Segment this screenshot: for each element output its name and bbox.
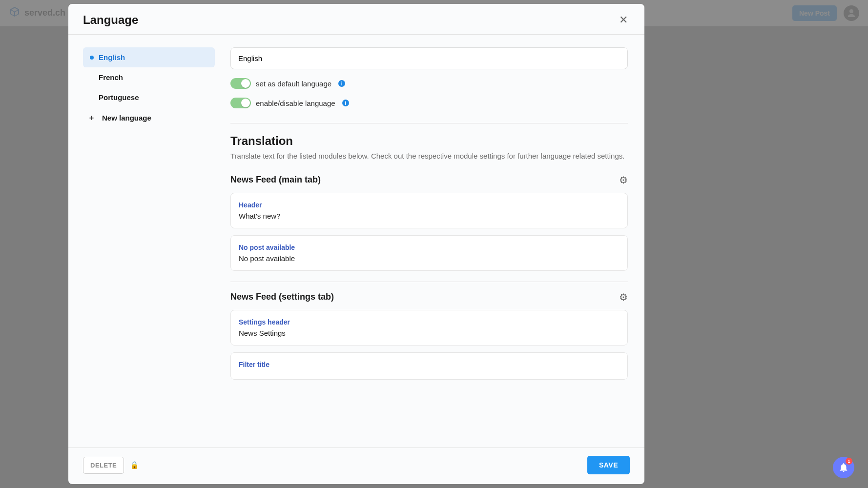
info-icon[interactable]: i bbox=[342, 100, 349, 106]
module-title: News Feed (settings tab) bbox=[230, 292, 334, 302]
language-name-input[interactable] bbox=[230, 47, 628, 69]
language-sidebar: English French Portuguese ＋ New language bbox=[83, 47, 215, 447]
save-button[interactable]: SAVE bbox=[587, 456, 630, 474]
field-value: What's new? bbox=[239, 212, 620, 220]
module-header-news-main: News Feed (main tab) ⚙ bbox=[230, 175, 628, 185]
notification-badge: 1 bbox=[846, 458, 852, 465]
dialog-header: Language ✕ bbox=[68, 4, 644, 34]
field-label: No post available bbox=[239, 244, 620, 251]
sidebar-item-label: Portuguese bbox=[99, 93, 139, 102]
toggle-enable-language[interactable] bbox=[230, 98, 251, 108]
translation-section-description: Translate text for the listed modules be… bbox=[230, 152, 628, 160]
field-label: Settings header bbox=[239, 318, 620, 326]
toggle-enable-language-label: enable/disable language bbox=[256, 99, 335, 107]
field-value: No post available bbox=[239, 254, 620, 263]
info-icon[interactable]: i bbox=[338, 80, 345, 87]
gear-icon[interactable]: ⚙ bbox=[619, 292, 628, 302]
translation-field-filter-title[interactable]: Filter title bbox=[230, 352, 628, 380]
active-dot-icon bbox=[90, 56, 94, 60]
dialog-footer: DELETE 🔒 SAVE bbox=[68, 447, 644, 484]
inactive-dot-icon bbox=[90, 76, 94, 80]
inactive-dot-icon bbox=[90, 96, 94, 100]
toggle-default-language[interactable] bbox=[230, 78, 251, 89]
module-divider bbox=[230, 282, 628, 282]
sidebar-item-label: French bbox=[99, 73, 123, 81]
add-language-button[interactable]: ＋ New language bbox=[83, 107, 215, 128]
delete-button[interactable]: DELETE bbox=[83, 457, 124, 474]
sidebar-item-french[interactable]: French bbox=[83, 67, 215, 87]
field-label: Header bbox=[239, 201, 620, 209]
close-icon[interactable]: ✕ bbox=[617, 13, 630, 27]
translation-section-title: Translation bbox=[230, 134, 628, 148]
gear-icon[interactable]: ⚙ bbox=[619, 175, 628, 185]
field-value: News Settings bbox=[239, 329, 620, 337]
translation-field-settings-header[interactable]: Settings header News Settings bbox=[230, 310, 628, 346]
toggle-enable-language-row: enable/disable language i bbox=[230, 98, 628, 108]
translation-field-header[interactable]: Header What's new? bbox=[230, 193, 628, 228]
plus-icon: ＋ bbox=[88, 113, 95, 122]
module-title: News Feed (main tab) bbox=[230, 175, 321, 185]
notification-fab[interactable]: 1 bbox=[833, 457, 854, 478]
add-language-label: New language bbox=[102, 114, 151, 122]
dialog-body: English French Portuguese ＋ New language… bbox=[68, 34, 644, 447]
dialog-content: set as default language i enable/disable… bbox=[230, 47, 630, 447]
toggle-default-language-label: set as default language bbox=[256, 80, 331, 88]
sidebar-item-portuguese[interactable]: Portuguese bbox=[83, 87, 215, 107]
sidebar-item-english[interactable]: English bbox=[83, 47, 215, 67]
translation-field-no-post[interactable]: No post available No post available bbox=[230, 235, 628, 271]
toggle-default-language-row: set as default language i bbox=[230, 78, 628, 89]
language-dialog: Language ✕ English French Portuguese ＋ N… bbox=[68, 4, 644, 484]
dialog-title: Language bbox=[83, 13, 138, 27]
module-header-news-settings: News Feed (settings tab) ⚙ bbox=[230, 292, 628, 302]
section-divider bbox=[230, 123, 628, 123]
lock-icon: 🔒 bbox=[130, 461, 139, 469]
field-label: Filter title bbox=[239, 361, 620, 368]
sidebar-item-label: English bbox=[99, 53, 125, 61]
